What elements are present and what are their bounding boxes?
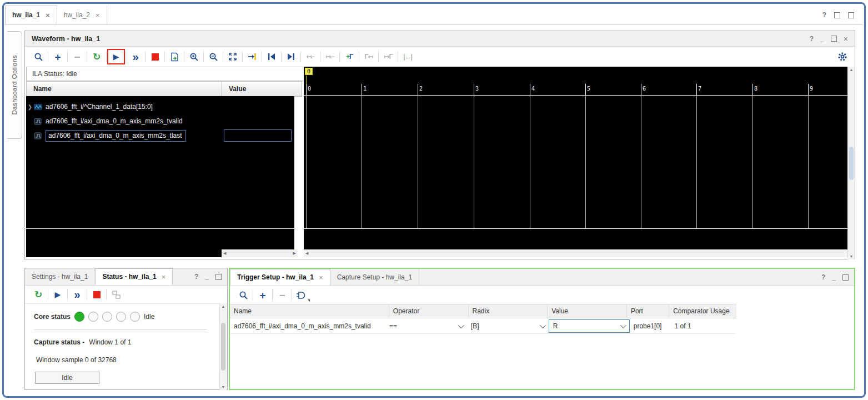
- capture-status-row: Capture status - Window 1 of 1: [34, 338, 131, 346]
- signal-row-tlast[interactable]: ad7606_fft_i/axi_dma_0_m_axis_mm2s_tlast: [26, 128, 222, 143]
- scroll-left-icon[interactable]: ◀: [223, 251, 226, 256]
- expand-chevron-icon[interactable]: ❯: [26, 104, 34, 110]
- signal-row-tvalid[interactable]: ad7606_fft_i/axi_dma_0_m_axis_mm2s_tvali…: [26, 114, 222, 128]
- goto-trigger-icon[interactable]: [243, 49, 261, 64]
- close-icon[interactable]: ×: [46, 11, 50, 19]
- value-column-header[interactable]: Value: [222, 81, 302, 97]
- previous-marker-icon: Γ↤: [360, 49, 378, 64]
- minimize-icon[interactable]: _: [205, 273, 209, 281]
- minimize-icon[interactable]: _: [832, 273, 836, 281]
- value-cell-selected[interactable]: [224, 129, 292, 142]
- signal-row-channel1-data[interactable]: ❯ ad7606_fft_i/^Channel_1_data[15:0]: [26, 99, 222, 114]
- maximize-icon[interactable]: [834, 12, 840, 18]
- zoom-fit-icon[interactable]: [224, 49, 242, 64]
- add-probes-icon[interactable]: +: [49, 49, 67, 64]
- next-transition-icon[interactable]: [282, 49, 300, 64]
- marker-span-icon: |↔|: [399, 49, 417, 64]
- status-panel: Settings - hw_ila_1 Status - hw_ila_1 × …: [24, 268, 228, 390]
- help-icon[interactable]: ?: [194, 273, 198, 281]
- help-icon[interactable]: ?: [810, 35, 814, 43]
- trigger-panel-tabs: Trigger Setup - hw_ila_1 × Capture Setup…: [230, 269, 854, 286]
- minimize-icon[interactable]: _: [820, 35, 824, 43]
- zoom-in-icon[interactable]: [185, 49, 203, 64]
- rerun-trigger-icon[interactable]: ↻: [88, 49, 106, 64]
- trigger-port: probe1[0]: [630, 318, 671, 333]
- tab-trigger-setup[interactable]: Trigger Setup - hw_ila_1 ×: [230, 269, 330, 286]
- previous-transition-icon[interactable]: [263, 49, 280, 64]
- zoom-out-icon[interactable]: [204, 49, 222, 64]
- status-panel-controls: ? _: [194, 268, 227, 285]
- value-cell: [222, 114, 294, 128]
- run-trigger-button[interactable]: ▶: [107, 49, 125, 64]
- close-icon[interactable]: ×: [844, 34, 848, 43]
- export-data-icon[interactable]: [165, 49, 183, 64]
- value-dropdown[interactable]: R: [549, 319, 630, 333]
- stop-trigger-icon[interactable]: [146, 49, 164, 64]
- close-icon[interactable]: ×: [162, 273, 166, 281]
- chevron-down-icon: [458, 322, 464, 328]
- scroll-up-icon[interactable]: ▲: [222, 304, 225, 308]
- settings-gear-icon[interactable]: [834, 49, 851, 64]
- run-trigger-icon[interactable]: ▶: [49, 287, 67, 302]
- help-icon[interactable]: ?: [821, 273, 825, 281]
- trigger-marker-badge[interactable]: 0: [305, 68, 313, 75]
- close-icon[interactable]: ×: [96, 11, 100, 19]
- core-status-value: Idle: [144, 313, 154, 321]
- scroll-right-icon[interactable]: ▶: [293, 251, 296, 256]
- signal-name: ad7606_fft_i/axi_dma_0_m_axis_mm2s_tvali…: [46, 117, 183, 125]
- scroll-up-icon[interactable]: ▲: [850, 68, 854, 72]
- scroll-down-icon[interactable]: ▼: [850, 254, 854, 258]
- name-column-header[interactable]: Name: [26, 81, 222, 97]
- col-port: Port: [627, 304, 669, 318]
- waveform-hscrollbar[interactable]: ◀ ▶: [304, 249, 852, 257]
- tab-hw-ila-2-label: hw_ila_2: [64, 11, 90, 19]
- maximize-icon[interactable]: [842, 274, 849, 281]
- run-trigger-immediate-icon[interactable]: »: [127, 49, 144, 64]
- waveform-plot[interactable]: 0 0 1 2 3 4 5 6 7 8 9: [304, 67, 849, 249]
- tab-capture-setup[interactable]: Capture Setup - hw_ila_1: [330, 269, 419, 286]
- help-icon[interactable]: ?: [822, 11, 826, 19]
- float-icon[interactable]: [848, 12, 854, 18]
- move-marker-icon: ↦⌐: [321, 49, 339, 64]
- comparator-usage: 1 of 1: [671, 318, 736, 333]
- rerun-trigger-icon[interactable]: ↻: [29, 287, 47, 302]
- value-scrollbar[interactable]: ◀ ▶: [222, 249, 298, 257]
- signal-name: ad7606_fft_i/^Channel_1_data[15:0]: [46, 103, 153, 111]
- trigger-table-row[interactable]: ad7606_fft_i/axi_dma_0_m_axis_mm2s_tvali…: [230, 318, 736, 334]
- scroll-left-icon[interactable]: ◀: [305, 251, 308, 256]
- dropdown-caret-icon: [308, 299, 310, 302]
- tab-status[interactable]: Status - hw_ila_1 ×: [95, 268, 173, 285]
- tab-hw-ila-1-label: hw_ila_1: [12, 11, 40, 19]
- search-icon[interactable]: [234, 288, 252, 302]
- status-panel-tabs: Settings - hw_ila_1 Status - hw_ila_1 × …: [25, 268, 227, 286]
- bit-signal-icon: [34, 132, 42, 139]
- tab-hw-ila-1[interactable]: hw_ila_1 ×: [5, 6, 57, 24]
- waveform-title-bar[interactable]: Waveform - hw_ila_1 ? _ ×: [25, 31, 855, 47]
- stop-trigger-icon[interactable]: [88, 287, 106, 302]
- capture-status-value: Window 1 of 1: [89, 338, 131, 346]
- dashboard-options-tab[interactable]: Dashboard Options: [7, 31, 22, 139]
- run-trigger-immediate-icon[interactable]: »: [68, 287, 86, 302]
- value-column: [222, 96, 294, 249]
- search-icon[interactable]: [29, 49, 47, 64]
- signal-name-selected[interactable]: ad7606_fft_i/axi_dma_0_m_axis_mm2s_tlast: [46, 130, 186, 142]
- waveform-vscrollbar[interactable]: ▲ ▼: [847, 67, 855, 259]
- scroll-down-icon[interactable]: ▼: [222, 385, 225, 389]
- next-marker-icon: ↦Γ: [379, 49, 397, 64]
- close-icon[interactable]: ×: [319, 273, 323, 282]
- trigger-toolbar: + −: [230, 286, 854, 304]
- radix-dropdown[interactable]: [B]: [467, 318, 549, 333]
- swap-marker-icon: ↤⌐: [302, 49, 319, 64]
- add-probe-icon[interactable]: +: [254, 288, 272, 302]
- tab-settings[interactable]: Settings - hw_ila_1: [25, 268, 95, 285]
- maximize-icon[interactable]: [831, 36, 837, 42]
- add-marker-icon[interactable]: +Γ: [340, 49, 358, 64]
- trigger-probe-name: ad7606_fft_i/axi_dma_0_m_axis_mm2s_tvali…: [230, 318, 385, 333]
- status-vscrollbar[interactable]: ▲ ▼: [219, 303, 227, 390]
- signal-tree[interactable]: ❯ ad7606_fft_i/^Channel_1_data[15:0] ad7…: [26, 96, 222, 257]
- operator-dropdown[interactable]: ==: [385, 318, 467, 333]
- tab-hw-ila-2[interactable]: hw_ila_2 ×: [57, 6, 107, 24]
- trigger-condition-gate-icon[interactable]: [293, 288, 310, 302]
- status-toolbar: ↻ ▶ »: [25, 286, 227, 304]
- maximize-icon[interactable]: [215, 274, 222, 280]
